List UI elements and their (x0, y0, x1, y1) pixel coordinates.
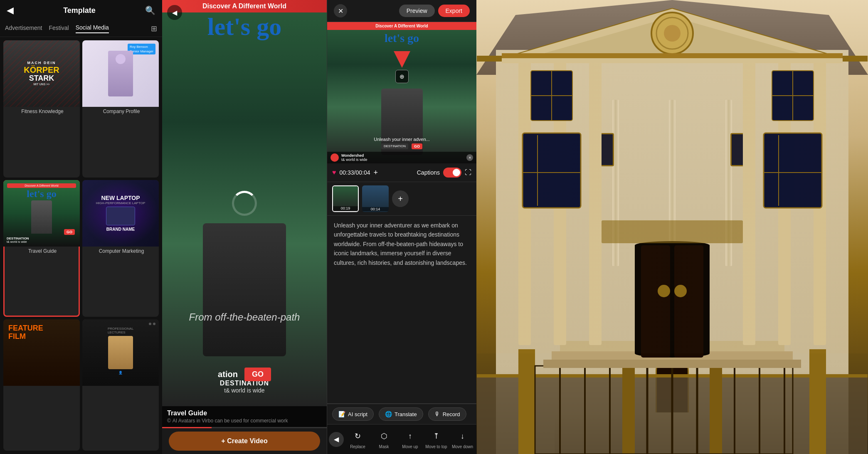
ai-script-icon: 📝 (338, 411, 345, 417)
copyright-icon: © (167, 418, 171, 424)
clip-thumb-1[interactable]: 00:19 (332, 185, 359, 212)
move-up-label: Move up (402, 444, 418, 449)
window-right (730, 133, 755, 166)
create-video-button[interactable]: + Create Video (169, 432, 320, 451)
column-3 (669, 100, 676, 266)
clip-duration-1: 00:19 (333, 206, 358, 210)
export-button[interactable]: Export (438, 5, 470, 17)
virbo-subtitle: t& world is wide (341, 158, 367, 162)
virbo-close-btn[interactable]: ✕ (466, 154, 473, 161)
captions-label: Captions (417, 169, 440, 176)
tab-advertisement[interactable]: Advertisement (5, 25, 42, 33)
caption-action: DESTINATION (381, 143, 408, 149)
move-to-top-icon: ⤒ (430, 429, 443, 443)
search-icon[interactable]: 🔍 (145, 5, 155, 15)
editor-panel: ✕ Preview Export Discover A Different Wo… (327, 0, 476, 454)
virbo-name: Wondershed (341, 153, 367, 158)
column-4 (725, 100, 732, 266)
toolbar-replace[interactable]: ↻ Replace (345, 428, 370, 451)
preview-beaten-path: From off-the-beaten-path (162, 311, 327, 323)
heart-icon: ♥ (332, 169, 336, 176)
replace-icon: ↻ (351, 429, 365, 443)
move-down-icon: ↓ (456, 429, 469, 443)
travel-person (31, 200, 52, 234)
preview-button[interactable]: Preview (399, 5, 435, 17)
caption-text: Unleash your inner adven... (330, 137, 473, 142)
move-to-top-label: Move to top (425, 444, 447, 449)
toolbar-back-icon: ◀ (334, 435, 339, 443)
loading-spinner (232, 191, 257, 216)
column-5 (782, 100, 788, 266)
record-button[interactable]: 🎙 Record (428, 407, 466, 421)
sidebar-header: ◀ Template 🔍 (0, 0, 162, 21)
mansion-windows (531, 133, 813, 166)
window-left (589, 133, 614, 166)
professional-plant (108, 336, 133, 369)
computer-laptop (106, 207, 135, 225)
column-2 (612, 100, 619, 266)
add-media-button[interactable]: ⊕ (395, 70, 409, 83)
caption-go: GO (412, 143, 422, 149)
toolbar-mask[interactable]: ⬡ Mask (372, 428, 396, 451)
template-item-company[interactable]: Roy BensonSenior Manager Company Profile (82, 40, 159, 178)
translate-label: Translate (395, 411, 417, 417)
tab-social-media[interactable]: Social Media (76, 24, 109, 33)
collections-icon[interactable]: ⊞ (151, 24, 157, 33)
template-grid: MACH DEIN KÖRPER STARK MIT UNS >> Fitnes… (0, 37, 162, 454)
travel-label: Travel Guide (3, 247, 80, 256)
editor-video-footer: Wondershed t& world is wide ✕ (327, 152, 476, 163)
timeline-add-btn[interactable]: + (373, 168, 378, 177)
fullscreen-icon[interactable]: ⛶ (465, 169, 471, 176)
toolbar-move-up[interactable]: ↑ Move up (398, 428, 422, 451)
professional-woman: 👤 (118, 371, 123, 375)
template-item-travel[interactable]: Discover A Different World let's go GO D… (3, 180, 80, 317)
right-panel (476, 0, 868, 454)
computer-label: Computer Marketing (82, 247, 159, 256)
clip-thumb-2[interactable]: 00:14 (362, 185, 389, 212)
brand-name: BRAND NAME (106, 227, 135, 232)
tab-festival[interactable]: Festival (49, 25, 69, 33)
preview-ai-notice: © AI Avatars in Virbo can be used for co… (167, 418, 322, 424)
template-item-fitness[interactable]: MACH DEIN KÖRPER STARK MIT UNS >> Fitnes… (3, 40, 80, 178)
template-item-film[interactable]: FEATUREFILM (3, 319, 80, 451)
professional-dots (149, 323, 155, 325)
preview-panel: ◀ Discover A Different World let's go Fr… (162, 0, 327, 454)
preview-back-icon: ◀ (172, 9, 177, 17)
toolbar-move-down[interactable]: ↓ Move down (450, 428, 475, 451)
close-button[interactable]: ✕ (334, 4, 347, 17)
add-clip-button[interactable]: + (392, 190, 409, 207)
editor-bottom-toolbar: ◀ ↻ Replace ⬡ Mask ↑ Move up ⤒ Move to t… (327, 424, 476, 454)
add-media-icon: ⊕ (399, 73, 404, 80)
editor-action-buttons: Preview Export (399, 5, 470, 17)
record-icon: 🎙 (434, 411, 440, 417)
ai-script-button[interactable]: 📝 AI script (332, 407, 374, 421)
destination-sub: t& world is wide (162, 387, 327, 394)
fitness-card-text: MACH DEIN KÖRPER STARK MIT UNS >> (24, 61, 59, 86)
preview-back-btn[interactable]: ◀ (167, 5, 182, 20)
clip-strip: 00:19 00:14 + (327, 182, 476, 216)
toolbar-move-to-top[interactable]: ⤒ Move to top (424, 428, 449, 451)
editor-video-lets-go: let's go (327, 30, 476, 47)
preview-main-area: ◀ Discover A Different World let's go Fr… (162, 0, 327, 406)
mansion-overlay (476, 371, 868, 454)
template-sidebar: ◀ Template 🔍 Advertisement Festival Soci… (0, 0, 162, 454)
template-item-professional[interactable]: PROFESSIONALLECTURES 👤 (82, 319, 159, 451)
preview-spinner (232, 191, 257, 216)
editor-video-caption: Unleash your inner adven... DESTINATION … (327, 135, 476, 151)
mask-label: Mask (379, 444, 389, 449)
virbo-text: Wondershed t& world is wide (341, 153, 367, 162)
back-icon[interactable]: ◀ (7, 5, 14, 16)
mansion-ornament (660, 17, 685, 42)
template-item-computer[interactable]: NEW LAPTOP HIGH-PERFORMANCE LAPTOP BRAND… (82, 180, 159, 317)
captions-toggle[interactable] (443, 168, 461, 178)
film-label (3, 386, 80, 389)
mansion-columns (531, 100, 813, 266)
editor-top-bar: ✕ Preview Export (327, 0, 476, 22)
column-1 (556, 100, 563, 266)
virbo-logo (330, 153, 339, 162)
film-title: FEATUREFILM (8, 324, 43, 341)
translate-button[interactable]: 🌐 Translate (379, 407, 423, 421)
toolbar-back-button[interactable]: ◀ (329, 432, 344, 447)
record-label: Record (443, 411, 460, 417)
preview-info: Travel Guide © AI Avatars in Virbo can b… (162, 406, 327, 427)
